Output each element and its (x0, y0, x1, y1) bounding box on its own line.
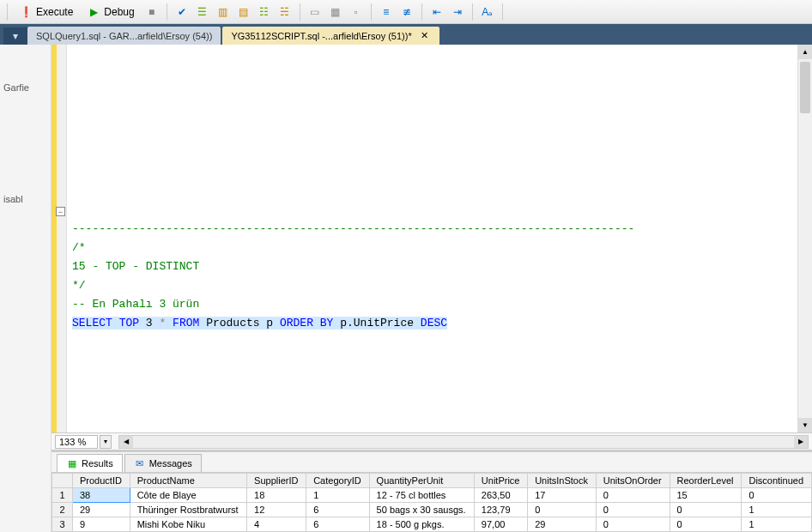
scroll-left-arrow[interactable]: ◀ (119, 436, 133, 448)
grid-cell[interactable]: 29 (73, 503, 130, 517)
scroll-thumb[interactable] (800, 62, 810, 113)
grid-cell[interactable]: 97,00 (474, 517, 527, 532)
tab-yg35112script[interactable]: YG35112SCRIPT.sql -...arfield\Ersoy (51)… (222, 27, 439, 45)
tab-dropdown[interactable]: ▾ (3, 27, 27, 45)
grid-cell[interactable]: 18 - 500 g pkgs. (369, 517, 474, 532)
comment-icon: ≡ (383, 6, 389, 18)
results-text-button[interactable]: ▭ (306, 3, 324, 21)
intellisense-button[interactable]: ▤ (234, 3, 253, 21)
grid-cell[interactable]: 12 - 75 cl bottles (369, 488, 474, 503)
grid-cell[interactable]: 0 (742, 488, 812, 503)
grid-cell[interactable]: 50 bags x 30 sausgs. (369, 503, 474, 517)
uncomment-button[interactable]: ≢ (397, 3, 416, 21)
grid-cell[interactable]: 6 (306, 503, 369, 517)
actual-plan-button[interactable]: ☷ (255, 3, 274, 21)
grid-cell[interactable]: 123,79 (474, 503, 527, 517)
estimated-plan-button[interactable]: ☰ (193, 3, 212, 21)
col-header[interactable]: ProductName (130, 474, 246, 488)
toolbar-separator (421, 3, 422, 21)
debug-button[interactable]: ▶ Debug (81, 3, 140, 21)
grid-cell[interactable]: 18 (247, 488, 306, 503)
results-file-icon: ▫ (354, 6, 358, 18)
col-header[interactable]: ReorderLevel (670, 474, 742, 488)
grid-cell[interactable]: 0 (528, 503, 597, 517)
chevron-down-icon: ▾ (13, 30, 18, 42)
tab-sqlquery1[interactable]: SQLQuery1.sql - GAR...arfield\Ersoy (54)… (27, 27, 221, 45)
grid-cell[interactable]: 1 (742, 503, 812, 517)
col-unitprice: p.UnitPrice (340, 317, 414, 329)
zoom-dropdown[interactable]: ▾ (100, 435, 112, 449)
scroll-down-arrow[interactable]: ▼ (798, 418, 812, 432)
parse-button[interactable]: ✔ (173, 3, 191, 21)
scroll-right-arrow[interactable]: ▶ (794, 436, 808, 448)
grid-cell[interactable]: Mishi Kobe Niku (130, 517, 246, 532)
outdent-button[interactable]: ⇤ (427, 3, 446, 21)
grid-cell[interactable]: 1 (306, 488, 369, 503)
zoom-percent[interactable]: 133 % (55, 435, 98, 449)
results-file-button[interactable]: ▫ (347, 3, 366, 21)
client-stats-button[interactable]: ☵ (276, 3, 294, 21)
col-header[interactable]: UnitsOnOrder (596, 474, 670, 488)
grid-cell[interactable]: 0 (596, 517, 670, 532)
code-editor[interactable]: ----------------------------------------… (67, 45, 812, 432)
grid-cell[interactable]: 38 (73, 488, 130, 503)
grid-cell[interactable]: 0 (596, 488, 670, 503)
tab-results[interactable]: ▦ Results (57, 454, 123, 472)
execute-button[interactable]: ❗ Execute (13, 3, 79, 21)
col-header[interactable]: CategoryID (306, 474, 369, 488)
grid-corner-header[interactable] (52, 474, 73, 488)
grid-cell[interactable]: 4 (247, 517, 306, 532)
indent-button[interactable]: ⇥ (448, 3, 467, 21)
table-row: 229Thüringer Rostbratwurst12650 bags x 3… (52, 503, 812, 517)
grid-cell[interactable]: 0 (670, 517, 742, 532)
tab-label: SQLQuery1.sql - GAR...arfield\Ersoy (54)… (36, 31, 212, 41)
col-header[interactable]: ProductID (73, 474, 130, 488)
kw-top: TOP (119, 317, 139, 329)
stats-icon: ☵ (280, 6, 289, 18)
grid-cell[interactable]: 1 (742, 517, 812, 532)
plan-icon: ☰ (197, 6, 207, 18)
grid-cell[interactable]: 9 (73, 517, 130, 532)
grid-cell[interactable]: 15 (670, 488, 742, 503)
grid-cell[interactable]: 0 (596, 503, 670, 517)
stop-button[interactable]: ■ (142, 3, 161, 21)
grid-cell[interactable]: 17 (528, 488, 597, 503)
row-header[interactable]: 3 (52, 517, 73, 532)
row-header[interactable]: 1 (52, 488, 73, 503)
literal-3: 3 (146, 317, 153, 329)
messages-icon: ✉ (134, 457, 146, 469)
results-grid-button[interactable]: ▦ (326, 3, 345, 21)
grid-cell[interactable]: 6 (306, 517, 369, 532)
col-header[interactable]: UnitsInStock (528, 474, 597, 488)
row-header[interactable]: 2 (52, 503, 73, 517)
execute-label: Execute (36, 6, 73, 18)
indent-icon: ⇥ (453, 6, 462, 18)
actplan-icon: ☷ (259, 6, 269, 18)
grid-cell[interactable]: 12 (247, 503, 306, 517)
outdent-icon: ⇤ (433, 6, 441, 18)
tab-messages[interactable]: ✉ Messages (124, 454, 202, 472)
grid-cell[interactable]: Côte de Blaye (130, 488, 246, 503)
query-options-button[interactable]: ▥ (214, 3, 233, 21)
results-pane: ▦ Results ✉ Messages ProductID ProductNa… (52, 450, 812, 532)
comment-button[interactable]: ≡ (377, 3, 396, 21)
code-comment-line: -- En Pahalı 3 ürün (72, 298, 199, 311)
col-header[interactable]: UnitPrice (474, 474, 527, 488)
specify-values-button[interactable]: Aₐ (478, 3, 497, 21)
editor-vscrollbar[interactable]: ▲ ▼ (797, 45, 812, 432)
col-header[interactable]: SupplierID (247, 474, 306, 488)
results-grid-wrap[interactable]: ProductID ProductName SupplierID Categor… (52, 473, 812, 532)
grid-cell[interactable]: 263,50 (474, 488, 527, 503)
kw-select: SELECT (72, 317, 112, 329)
grid-cell[interactable]: 0 (670, 503, 742, 517)
sidebar-item[interactable]: Garfie (2, 79, 49, 96)
col-header[interactable]: QuantityPerUnit (369, 474, 474, 488)
collapse-toggle[interactable]: − (56, 207, 65, 216)
close-tab-button[interactable]: ✕ (419, 30, 431, 42)
grid-cell[interactable]: 29 (528, 517, 597, 532)
grid-cell[interactable]: Thüringer Rostbratwurst (130, 503, 246, 517)
col-header[interactable]: Discontinued (742, 474, 812, 488)
scroll-up-arrow[interactable]: ▲ (798, 45, 812, 59)
editor-hscrollbar[interactable]: ◀ ▶ (118, 435, 809, 449)
sidebar-item[interactable]: isabl (2, 190, 49, 208)
